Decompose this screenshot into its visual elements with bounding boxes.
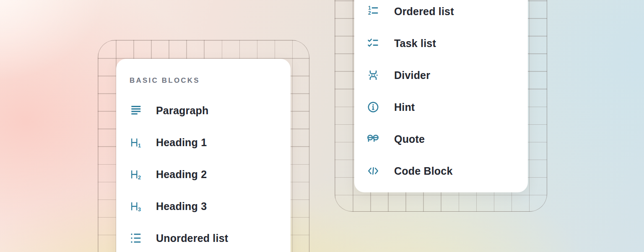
menu-item-code-block[interactable]: Code Block (354, 155, 528, 187)
menu-item-task-list[interactable]: Task list (354, 27, 528, 59)
menu-item-paragraph[interactable]: Paragraph (116, 94, 291, 126)
menu-item-heading-2[interactable]: 2 Heading 2 (116, 158, 291, 190)
menu-item-ordered-list[interactable]: 1 2 Ordered list (354, 0, 528, 27)
heading-3-icon: 3 (130, 200, 142, 213)
paragraph-icon (130, 104, 142, 117)
menu-item-label: Code Block (394, 165, 453, 177)
extended-blocks-list: 1 2 Ordered list (354, 0, 528, 187)
heading-1-icon: 1 (130, 136, 142, 149)
svg-text:2: 2 (138, 175, 141, 181)
block-menu-extended: 1 2 Ordered list (354, 0, 528, 192)
ordered-list-icon: 1 2 (367, 5, 379, 18)
section-label-basic-blocks: BASIC BLOCKS (130, 76, 291, 85)
menu-item-label: Divider (394, 69, 430, 81)
menu-item-hint[interactable]: Hint (354, 91, 528, 123)
task-list-icon (367, 37, 379, 50)
gradient-background: BASIC BLOCKS Paragraph (0, 0, 644, 252)
menu-item-divider[interactable]: Divider (354, 59, 528, 91)
code-block-icon (367, 165, 379, 177)
hint-icon (367, 101, 379, 113)
menu-item-label: Heading 3 (156, 200, 207, 213)
heading-2-icon: 2 (130, 168, 142, 181)
menu-item-heading-3[interactable]: 3 Heading 3 (116, 190, 291, 222)
menu-item-unordered-list[interactable]: Unordered list (116, 222, 291, 252)
svg-text:2: 2 (368, 10, 371, 16)
menu-item-label: Heading 2 (156, 168, 207, 181)
menu-item-label: Unordered list (156, 232, 228, 244)
unordered-list-icon (130, 232, 142, 244)
menu-item-label: Ordered list (394, 5, 454, 18)
menu-item-label: Heading 1 (156, 136, 207, 149)
block-menu-basic: BASIC BLOCKS Paragraph (116, 59, 291, 252)
menu-item-label: Paragraph (156, 105, 208, 117)
divider-icon (367, 69, 379, 81)
menu-item-label: Task list (394, 37, 436, 50)
svg-text:3: 3 (138, 207, 141, 213)
menu-item-label: Quote (394, 133, 425, 145)
basic-blocks-list: Paragraph 1 Heading 1 (116, 94, 291, 252)
menu-item-heading-1[interactable]: 1 Heading 1 (116, 126, 291, 158)
menu-item-label: Hint (394, 101, 415, 113)
quote-icon (367, 133, 379, 145)
menu-item-quote[interactable]: Quote (354, 123, 528, 155)
svg-text:1: 1 (138, 143, 141, 149)
